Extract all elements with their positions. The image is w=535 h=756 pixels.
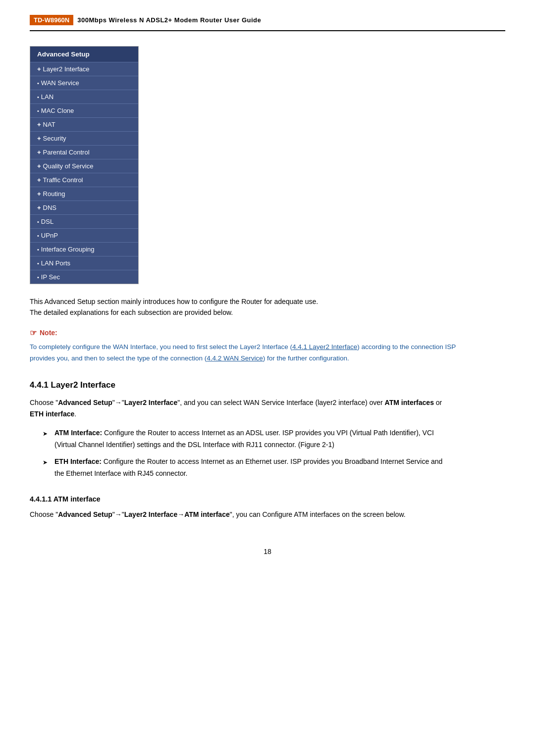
sidebar-menu: Advanced Setup + Layer2 Interface • WAN …	[30, 46, 139, 284]
bullet-icon: •	[37, 274, 39, 280]
note-text: To completely configure the WAN Interfac…	[30, 342, 456, 364]
page-number: 18	[30, 548, 505, 555]
list-item-eth: ETH Interface: Configure the Router to a…	[45, 456, 451, 480]
bullet-icon: •	[37, 80, 39, 86]
menu-header: Advanced Setup	[30, 47, 138, 62]
note-icon: ☞	[30, 328, 37, 338]
sidebar-label: DSL	[41, 218, 54, 225]
content-area: Advanced Setup + Layer2 Interface • WAN …	[30, 46, 505, 528]
bullet-icon: •	[37, 108, 39, 114]
document-title: 300Mbps Wireless N ADSL2+ Modem Router U…	[77, 16, 261, 24]
sidebar-label: WAN Service	[41, 79, 79, 87]
plus-icon: +	[37, 204, 41, 211]
plus-icon: +	[37, 65, 41, 73]
sidebar-item-nat[interactable]: + NAT	[30, 117, 138, 131]
sidebar-item-mac-clone[interactable]: • MAC Clone	[30, 103, 138, 117]
sidebar-label: UPnP	[41, 232, 58, 239]
page-header: TD-W8960N 300Mbps Wireless N ADSL2+ Mode…	[30, 15, 505, 31]
sidebar-item-routing[interactable]: + Routing	[30, 187, 138, 201]
eth-term: ETH Interface:	[54, 457, 102, 465]
page-container: TD-W8960N 300Mbps Wireless N ADSL2+ Mode…	[0, 0, 535, 756]
atm-term: ATM Interface:	[54, 429, 102, 437]
plus-icon: +	[37, 176, 41, 184]
plus-icon: +	[37, 149, 41, 156]
section-441-heading: 4.4.1 Layer2 Interface	[30, 380, 115, 390]
sidebar-item-security[interactable]: + Security	[30, 131, 138, 145]
sidebar-label: LAN Ports	[41, 259, 70, 267]
sidebar-label: NAT	[43, 121, 55, 128]
list-item-atm: ATM Interface: Configure the Router to a…	[45, 427, 451, 451]
sidebar-item-ipsec[interactable]: • IP Sec	[30, 270, 138, 284]
sidebar-item-wan-service[interactable]: • WAN Service	[30, 76, 138, 90]
sidebar-label: IP Sec	[41, 273, 60, 281]
sidebar-item-parental-control[interactable]: + Parental Control	[30, 145, 138, 159]
sidebar-item-layer2-interface[interactable]: + Layer2 Interface	[30, 62, 138, 76]
description-paragraph: This Advanced Setup section mainly intro…	[30, 296, 318, 318]
plus-icon: +	[37, 162, 41, 170]
link-442-wan[interactable]: 4.4.2 WAN Service	[207, 354, 263, 362]
sidebar-item-upnp[interactable]: • UPnP	[30, 228, 138, 242]
sidebar-item-lan[interactable]: • LAN	[30, 90, 138, 103]
bullet-icon: •	[37, 94, 39, 100]
section-4411-text: Choose "Advanced Setup"→"Layer2 Interfac…	[30, 509, 406, 521]
plus-icon: +	[37, 190, 41, 198]
sidebar-item-dsl[interactable]: • DSL	[30, 214, 138, 228]
sidebar-label: Quality of Service	[43, 162, 94, 170]
section-441-intro: Choose "Advanced Setup"→"Layer2 Interfac…	[30, 397, 456, 421]
bullet-icon: •	[37, 247, 39, 252]
sidebar-label: Layer2 Interface	[43, 65, 90, 73]
note-section: ☞ Note: To completely configure the WAN …	[30, 328, 456, 364]
bullet-icon: •	[37, 219, 39, 225]
plus-icon: +	[37, 135, 41, 142]
sidebar-label: Routing	[43, 190, 65, 198]
sidebar-label: MAC Clone	[41, 107, 74, 114]
sidebar-label: Traffic Control	[43, 176, 83, 184]
sidebar-label: LAN	[41, 93, 54, 101]
sidebar-label: Security	[43, 135, 66, 142]
sidebar-item-traffic-control[interactable]: + Traffic Control	[30, 173, 138, 187]
plus-icon: +	[37, 121, 41, 128]
link-441-layer2[interactable]: 4.4.1 Layer2 Interface	[292, 343, 357, 351]
bullet-icon: •	[37, 233, 39, 239]
sidebar-label: DNS	[43, 204, 56, 211]
sidebar-label: Interface Grouping	[41, 246, 95, 253]
bullet-icon: •	[37, 260, 39, 266]
model-badge: TD-W8960N	[30, 15, 73, 25]
sidebar-item-dns[interactable]: + DNS	[30, 201, 138, 214]
sidebar-item-quality-of-service[interactable]: + Quality of Service	[30, 159, 138, 173]
sidebar-item-interface-grouping[interactable]: • Interface Grouping	[30, 242, 138, 256]
section-4411-heading: 4.4.1.1 ATM interface	[30, 495, 101, 503]
note-label: ☞ Note:	[30, 328, 456, 338]
sidebar-item-lan-ports[interactable]: • LAN Ports	[30, 256, 138, 270]
section-441-list: ATM Interface: Configure the Router to a…	[45, 427, 451, 484]
sidebar-label: Parental Control	[43, 149, 90, 156]
